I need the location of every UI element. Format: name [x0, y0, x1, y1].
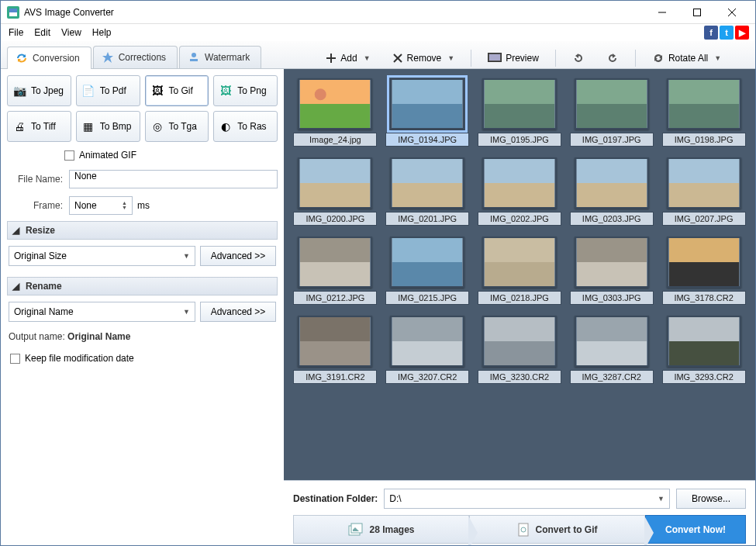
thumbnail[interactable]: IMG_0201.JPG: [385, 157, 470, 226]
youtube-icon[interactable]: ▶: [735, 26, 749, 40]
preview-button[interactable]: Preview: [479, 49, 547, 67]
svg-rect-49: [392, 317, 462, 341]
svg-point-18: [315, 88, 326, 100]
thumbnail[interactable]: IMG_0207.JPG: [661, 157, 746, 226]
menu-file[interactable]: File: [4, 26, 28, 40]
fmt-label: To Png: [237, 85, 266, 96]
rotate-all-button[interactable]: Rotate All▼: [644, 48, 730, 68]
keep-date-label: Keep file modification date: [25, 353, 134, 364]
keep-date-checkbox[interactable]: [10, 354, 20, 364]
menu-help[interactable]: Help: [88, 26, 116, 40]
step-count: 28 Images: [293, 515, 469, 544]
add-button[interactable]: Add▼: [317, 49, 378, 67]
svg-rect-47: [300, 317, 370, 341]
images-icon: [347, 523, 363, 537]
close-button[interactable]: [714, 2, 749, 23]
minimize-button[interactable]: [644, 2, 679, 23]
maximize-button[interactable]: [679, 2, 714, 23]
format-bmp[interactable]: ▦To Bmp: [76, 111, 140, 142]
thumbnail[interactable]: Image_24.jpg: [293, 78, 378, 147]
filename-input[interactable]: None: [69, 170, 278, 188]
thumb-caption: IMG_0303.JPG: [570, 291, 654, 305]
format-pdf[interactable]: 📄To Pdf: [76, 75, 140, 106]
svg-rect-20: [392, 104, 462, 128]
refresh-icon: [16, 52, 28, 64]
thumbnail[interactable]: IMG_0203.JPG: [569, 157, 654, 226]
dest-combo[interactable]: D:\▼: [384, 489, 670, 509]
btn-label: Remove: [407, 53, 442, 64]
thumbnail[interactable]: IMG_0212.JPG: [293, 237, 378, 305]
thumbnail[interactable]: IMG_0218.JPG: [478, 237, 562, 305]
rename-combo[interactable]: Original Name▼: [9, 302, 195, 322]
frame-spin[interactable]: None▲▼: [69, 196, 133, 215]
remove-button[interactable]: Remove▼: [384, 49, 464, 67]
animated-gif-label: Animated GIF: [79, 150, 136, 161]
svg-point-8: [192, 53, 196, 57]
thumb-caption: IMG_0207.JPG: [662, 212, 746, 226]
svg-rect-54: [577, 341, 647, 365]
thumbnail[interactable]: IMG_0197.JPG: [569, 78, 654, 147]
fmt-label: To Tga: [169, 121, 197, 132]
thumbnail[interactable]: IMG_0303.JPG: [569, 237, 654, 305]
resize-combo[interactable]: Original Size▼: [9, 246, 195, 266]
menu-view[interactable]: View: [57, 26, 86, 40]
thumb-caption: IMG_3287.CR2: [570, 370, 654, 384]
convert-button[interactable]: Convert Now!: [645, 515, 746, 544]
svg-rect-38: [300, 262, 370, 286]
thumb-caption: IMG_3293.CR2: [662, 370, 746, 384]
thumbnail[interactable]: IMG_0202.JPG: [478, 157, 562, 226]
svg-rect-55: [669, 317, 739, 341]
thumbnail[interactable]: IMG_3207.CR2: [385, 316, 470, 384]
dropdown-icon: ▼: [183, 308, 190, 316]
rename-advanced[interactable]: Advanced >>: [200, 302, 276, 322]
thumb-caption: IMG_3191.CR2: [293, 370, 377, 384]
collapse-icon[interactable]: ◢: [12, 225, 19, 236]
thumbnail[interactable]: IMG_0198.JPG: [661, 78, 746, 147]
thumbnail-gallery[interactable]: Image_24.jpgIMG_0194.JPGIMG_0195.JPGIMG_…: [284, 69, 755, 480]
thumb-caption: Image_24.jpg: [293, 133, 377, 147]
svg-rect-17: [300, 104, 370, 128]
svg-rect-35: [669, 159, 739, 183]
menu-edit[interactable]: Edit: [29, 26, 55, 40]
thumb-image: [298, 157, 372, 209]
svg-rect-56: [669, 341, 739, 365]
tab-conversion[interactable]: Conversion: [7, 47, 91, 69]
browse-button[interactable]: Browse...: [676, 489, 746, 509]
combo-value: Original Size: [14, 251, 67, 261]
format-jpeg[interactable]: 📷To Jpeg: [7, 75, 71, 106]
thumbnail[interactable]: IMG_0215.JPG: [385, 237, 470, 305]
thumbnail[interactable]: IMG_0195.JPG: [478, 78, 562, 147]
thumb-caption: IMG_0194.JPG: [385, 133, 469, 147]
thumbnail[interactable]: IMG_3293.CR2: [661, 316, 746, 384]
window-title: AVS Image Converter: [24, 7, 644, 18]
twitter-icon[interactable]: t: [720, 26, 734, 40]
rotate-right-icon: [606, 52, 619, 64]
thumbnail[interactable]: IMG_3191.CR2: [293, 316, 378, 384]
dropdown-icon: ▼: [447, 54, 454, 62]
resize-advanced[interactable]: Advanced >>: [200, 246, 276, 266]
thumbnail[interactable]: IMG_3230.CR2: [478, 316, 562, 384]
format-ras[interactable]: ◐To Ras: [213, 111, 278, 142]
thumbnail[interactable]: IMG_3287.CR2: [569, 316, 654, 384]
format-tga[interactable]: ◎To Tga: [145, 111, 209, 142]
animated-gif-checkbox[interactable]: [64, 150, 74, 161]
camera-icon: 📷: [12, 84, 26, 98]
thumbnail[interactable]: IMG_0200.JPG: [293, 157, 378, 226]
svg-rect-25: [669, 80, 739, 104]
format-gif[interactable]: 🖼To Gif: [145, 75, 209, 106]
thumbnail[interactable]: IMG_0194.JPG: [385, 78, 470, 147]
rotate-left-button[interactable]: [564, 48, 593, 68]
format-png[interactable]: 🖼To Png: [213, 75, 278, 106]
rotate-right-button[interactable]: [598, 48, 627, 68]
svg-rect-36: [669, 183, 739, 207]
thumbnail[interactable]: IMG_3178.CR2: [661, 237, 746, 305]
png-icon: 🖼: [219, 84, 233, 98]
facebook-icon[interactable]: f: [704, 26, 718, 40]
tab-watermark[interactable]: Watermark: [179, 46, 261, 68]
thumb-caption: IMG_0195.JPG: [478, 133, 561, 147]
format-tiff[interactable]: 🖨To Tiff: [7, 111, 71, 142]
thumb-image: [482, 78, 557, 130]
collapse-icon[interactable]: ◢: [12, 281, 19, 292]
left-panel: 📷To Jpeg 📄To Pdf 🖼To Gif 🖼To Png 🖨To Tif…: [1, 69, 284, 480]
tab-corrections[interactable]: Corrections: [93, 46, 178, 68]
